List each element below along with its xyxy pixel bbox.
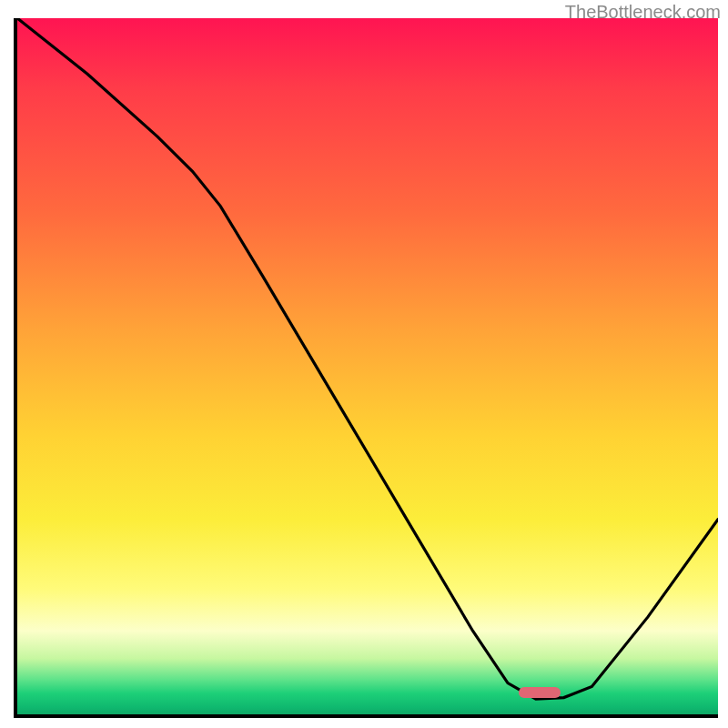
bottleneck-curve-path (17, 18, 718, 699)
watermark-text: TheBottleneck.com (565, 2, 721, 23)
optimal-range-marker (519, 687, 561, 698)
chart-plot-area (14, 18, 718, 718)
chart-line-series (17, 18, 718, 714)
